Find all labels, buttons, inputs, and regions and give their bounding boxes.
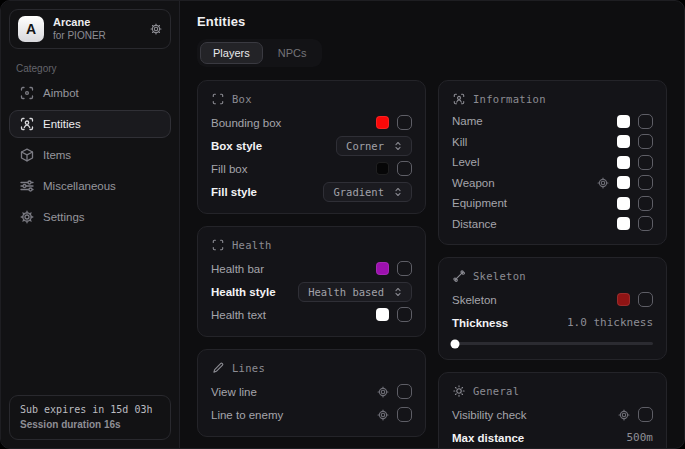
information-panel: Information Name Kill xyxy=(438,80,667,245)
app-subtitle: for PIONER xyxy=(53,30,106,43)
line-to-enemy-settings-icon[interactable] xyxy=(377,409,389,421)
distance-checkbox[interactable] xyxy=(638,216,653,231)
tab-bar: Players NPCs xyxy=(197,39,322,67)
box-style-label: Box style xyxy=(211,140,262,152)
expand-icon xyxy=(392,140,404,152)
expand-icon xyxy=(392,286,404,298)
sidebar-item-settings[interactable]: Settings xyxy=(9,203,171,231)
page-title: Entities xyxy=(197,14,667,29)
view-line-label: View line xyxy=(211,386,257,398)
fill-style-dropdown[interactable]: Gradient xyxy=(323,182,412,202)
visibility-check-checkbox[interactable] xyxy=(638,407,653,422)
scan-brackets-icon xyxy=(212,239,224,251)
kill-color-swatch[interactable] xyxy=(617,135,630,148)
sidebar-item-aimbot[interactable]: Aimbot xyxy=(9,79,171,107)
distance-label: Distance xyxy=(452,218,497,230)
crosshair-scan-icon xyxy=(20,86,34,100)
logo-card: A Arcane for PIONER xyxy=(9,9,171,49)
pencil-line-icon xyxy=(212,362,224,374)
general-panel: General Visibility check Max distance xyxy=(438,372,667,448)
category-label: Category xyxy=(16,63,164,74)
tab-players[interactable]: Players xyxy=(200,42,263,64)
line-to-enemy-row: Line to enemy xyxy=(211,403,412,426)
header-gear-icon[interactable] xyxy=(150,23,162,35)
sidebar-item-entities[interactable]: Entities xyxy=(9,110,171,138)
weapon-settings-icon[interactable] xyxy=(597,177,609,189)
visibility-check-settings-icon[interactable] xyxy=(618,409,630,421)
weapon-label: Weapon xyxy=(452,177,495,189)
max-distance-row: Max distance 500m xyxy=(452,426,653,448)
weapon-color-swatch[interactable] xyxy=(617,176,630,189)
bounding-box-color-swatch[interactable] xyxy=(376,116,389,129)
panel-title: Lines xyxy=(232,362,265,374)
name-row: Name xyxy=(452,111,653,132)
fill-style-label: Fill style xyxy=(211,186,257,198)
thickness-slider[interactable] xyxy=(452,342,653,345)
general-panel-header: General xyxy=(453,385,652,397)
sidebar-item-label: Items xyxy=(43,149,71,161)
fill-style-row: Fill style Gradient xyxy=(211,180,412,203)
left-column: Box Bounding box Box style Corner xyxy=(197,80,426,437)
distance-row: Distance xyxy=(452,214,653,235)
skeleton-color-swatch[interactable] xyxy=(617,293,630,306)
equipment-row: Equipment xyxy=(452,193,653,214)
line-to-enemy-label: Line to enemy xyxy=(211,409,283,421)
distance-color-swatch[interactable] xyxy=(617,217,630,230)
health-bar-checkbox[interactable] xyxy=(397,261,412,276)
health-bar-color-swatch[interactable] xyxy=(376,262,389,275)
level-checkbox[interactable] xyxy=(638,155,653,170)
visibility-check-row: Visibility check xyxy=(452,403,653,426)
equipment-checkbox[interactable] xyxy=(638,196,653,211)
panel-title: Information xyxy=(473,93,546,105)
panel-grid: Box Bounding box Box style Corner xyxy=(197,80,667,448)
box-style-dropdown[interactable]: Corner xyxy=(336,136,412,156)
fill-style-value: Gradient xyxy=(333,186,384,198)
skeleton-panel-header: Skeleton xyxy=(453,270,652,282)
equipment-label: Equipment xyxy=(452,197,507,209)
skeleton-checkbox[interactable] xyxy=(638,292,653,307)
bounding-box-row: Bounding box xyxy=(211,111,412,134)
bounding-box-checkbox[interactable] xyxy=(397,115,412,130)
fill-box-color-swatch[interactable] xyxy=(376,162,389,175)
session-duration-text: Session duration 16s xyxy=(20,419,160,430)
name-checkbox[interactable] xyxy=(638,114,653,129)
fill-box-row: Fill box xyxy=(211,157,412,180)
health-panel-header: Health xyxy=(212,239,411,251)
health-style-label: Health style xyxy=(211,286,276,298)
app-logo: A xyxy=(18,16,44,42)
health-bar-row: Health bar xyxy=(211,257,412,280)
thickness-slider-thumb[interactable] xyxy=(451,339,460,348)
kill-row: Kill xyxy=(452,132,653,153)
sidebar-item-miscellaneous[interactable]: Miscellaneous xyxy=(9,172,171,200)
box-panel: Box Bounding box Box style Corner xyxy=(197,80,426,214)
gear-icon xyxy=(20,210,34,224)
view-line-row: View line xyxy=(211,380,412,403)
health-style-dropdown[interactable]: Health based xyxy=(298,282,412,302)
name-color-swatch[interactable] xyxy=(617,115,630,128)
view-line-settings-icon[interactable] xyxy=(377,386,389,398)
sidebar-item-items[interactable]: Items xyxy=(9,141,171,169)
level-label: Level xyxy=(452,156,480,168)
sub-expires-text: Sub expires in 15d 03h xyxy=(20,404,160,415)
subscription-info-card: Sub expires in 15d 03h Session duration … xyxy=(9,395,171,440)
tab-npcs[interactable]: NPCs xyxy=(265,42,320,64)
box-style-row: Box style Corner xyxy=(211,134,412,157)
fill-box-checkbox[interactable] xyxy=(397,161,412,176)
kill-checkbox[interactable] xyxy=(638,134,653,149)
sidebar: A Arcane for PIONER Category Aimbot Enti… xyxy=(1,1,180,448)
view-line-checkbox[interactable] xyxy=(397,384,412,399)
sun-icon xyxy=(453,385,465,397)
health-text-checkbox[interactable] xyxy=(397,307,412,322)
health-text-color-swatch[interactable] xyxy=(376,308,389,321)
information-panel-header: Information xyxy=(453,93,652,105)
health-style-row: Health style Health based xyxy=(211,280,412,303)
app-name: Arcane xyxy=(53,16,106,30)
equipment-color-swatch[interactable] xyxy=(617,197,630,210)
weapon-checkbox[interactable] xyxy=(638,175,653,190)
sidebar-item-label: Settings xyxy=(43,211,85,223)
level-color-swatch[interactable] xyxy=(617,156,630,169)
bounding-box-label: Bounding box xyxy=(211,117,281,129)
skeleton-label: Skeleton xyxy=(452,294,497,306)
line-to-enemy-checkbox[interactable] xyxy=(397,407,412,422)
health-text-row: Health text xyxy=(211,303,412,326)
